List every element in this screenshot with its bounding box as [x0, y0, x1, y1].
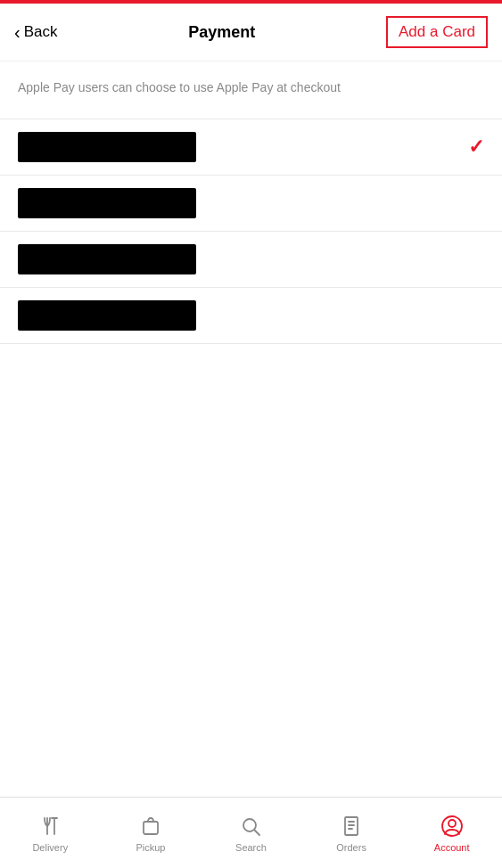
back-button[interactable]: ‹ Back: [14, 23, 57, 41]
svg-line-5: [255, 830, 260, 835]
nav-item-account[interactable]: Account: [425, 814, 479, 853]
account-icon: [440, 814, 465, 839]
svg-point-11: [449, 820, 456, 827]
selected-check-icon: ✓: [468, 135, 484, 159]
nav-label-orders: Orders: [336, 842, 366, 853]
nav-item-orders[interactable]: Orders: [325, 814, 378, 853]
apple-pay-notice: Apple Pay users can choose to use Apple …: [0, 61, 502, 115]
cards-list: ✓: [0, 119, 502, 344]
card-number-redacted: [18, 188, 196, 218]
card-number-redacted: [18, 300, 196, 331]
card-item[interactable]: [0, 176, 502, 232]
nav-label-search: Search: [235, 842, 267, 853]
nav-label-delivery: Delivery: [32, 842, 68, 853]
card-number-redacted: [18, 244, 196, 274]
bottom-nav: Delivery Pickup Search: [0, 797, 502, 868]
nav-item-search[interactable]: Search: [224, 814, 277, 853]
nav-item-pickup[interactable]: Pickup: [124, 814, 177, 853]
page-title: Payment: [57, 23, 386, 42]
utensils-icon: [37, 814, 62, 839]
card-item[interactable]: [0, 232, 502, 288]
nav-label-account: Account: [434, 842, 470, 853]
search-icon: [238, 814, 263, 839]
add-card-button[interactable]: Add a Card: [386, 16, 488, 48]
nav-item-delivery[interactable]: Delivery: [23, 814, 77, 853]
card-item[interactable]: [0, 288, 502, 344]
bag-icon: [138, 814, 163, 839]
card-number-redacted: [18, 132, 196, 162]
nav-label-pickup: Pickup: [136, 842, 165, 853]
svg-rect-6: [345, 817, 358, 835]
back-label: Back: [24, 23, 58, 41]
card-item[interactable]: ✓: [0, 119, 502, 176]
orders-icon: [339, 814, 364, 839]
back-chevron-icon: ‹: [14, 23, 21, 41]
header: ‹ Back Payment Add a Card: [0, 4, 502, 61]
svg-rect-3: [144, 822, 158, 834]
